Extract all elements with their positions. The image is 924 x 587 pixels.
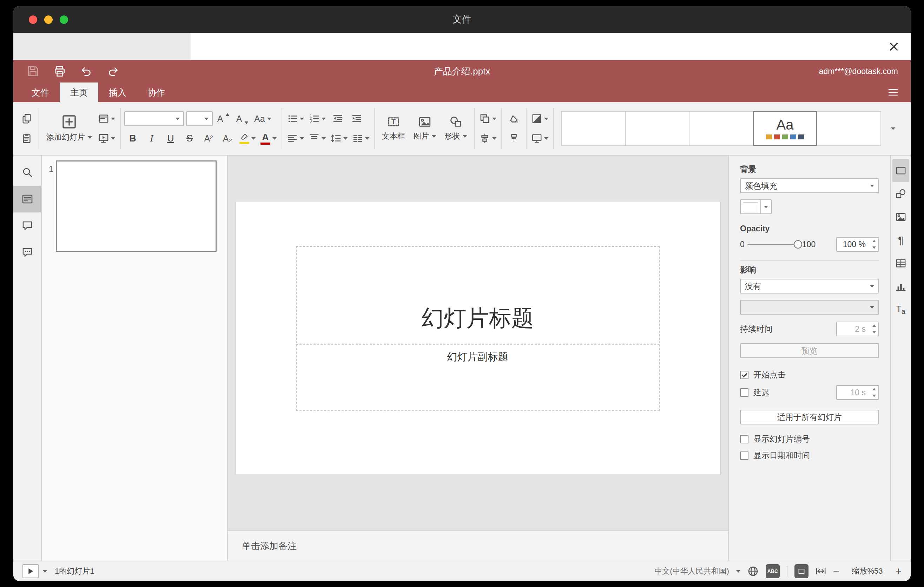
tab-file[interactable]: 文件 [21,82,60,102]
apply-to-all-slides-button[interactable]: 适用于所有幻灯片 [740,410,879,424]
background-fill-select[interactable]: 颜色填充 [740,178,879,193]
theme-option[interactable] [625,111,690,146]
superscript-button[interactable]: A² [200,130,217,147]
tab-insert[interactable]: 插入 [98,82,137,102]
zoom-in-button[interactable]: + [895,566,901,577]
chat-button[interactable] [13,239,41,266]
font-color-button[interactable]: A [259,130,278,147]
menu-button[interactable] [888,82,899,102]
image-settings-icon [896,212,906,222]
delay-checkbox[interactable] [740,388,749,397]
chevron-down-icon [322,137,326,140]
strikethrough-button[interactable]: S [181,130,198,147]
chevron-down-icon [111,118,115,120]
add-slide-button[interactable]: 添加幻灯片 [43,108,96,149]
slide-canvas[interactable]: 幻灯片标题 幻灯片副标题 [228,155,728,531]
start-slideshow-button[interactable] [97,130,117,147]
tab-collaboration[interactable]: 协作 [137,82,175,102]
start-on-click-checkbox[interactable] [740,371,749,379]
spinner-up-icon[interactable] [873,240,876,242]
svg-text:T: T [391,118,396,126]
start-slideshow-statusbar-button[interactable] [23,564,39,578]
opacity-slider[interactable] [747,244,799,245]
chevron-down-icon[interactable] [736,570,741,572]
theme-option[interactable] [689,111,753,146]
increase-font-button[interactable]: A [215,110,232,127]
font-name-select[interactable] [124,111,184,126]
image-settings-button[interactable] [893,205,909,229]
slide-thumbnail[interactable] [56,160,216,252]
align-shapes-button[interactable] [478,130,498,147]
slides-panel-button[interactable] [13,186,41,213]
insert-image-button[interactable]: 图片 [410,108,439,149]
chevron-down-icon[interactable] [43,570,47,572]
comments-button[interactable] [13,213,41,239]
numbering-button[interactable]: 123 [307,110,327,127]
vertical-align-button[interactable] [307,130,327,147]
bullets-button[interactable] [286,110,305,127]
notes-area[interactable]: 单击添加备注 [228,531,728,561]
copy-button[interactable] [18,110,35,127]
theme-gallery-expand-button[interactable] [885,111,901,146]
theme-option-selected[interactable]: Aa [753,111,817,146]
underline-button[interactable]: U [162,130,179,147]
slide[interactable]: 幻灯片标题 幻灯片副标题 [236,202,721,474]
zoom-out-button[interactable]: − [833,566,840,577]
color-scheme-button[interactable] [530,110,550,127]
slide-title-placeholder[interactable]: 幻灯片标题 [296,246,660,343]
line-spacing-button[interactable] [329,130,349,147]
print-button[interactable] [53,64,67,78]
clear-style-button[interactable] [505,110,522,127]
undo-button[interactable] [79,64,93,78]
theme-option[interactable] [561,111,625,146]
show-slide-number-checkbox[interactable] [740,435,749,444]
change-case-button[interactable]: Aa [253,110,273,127]
font-size-select[interactable] [186,111,213,126]
italic-button[interactable]: I [143,130,160,147]
fill-color-picker[interactable] [740,200,772,214]
slide-settings-button[interactable] [893,159,909,182]
paste-button[interactable] [18,130,35,147]
copy-style-button[interactable] [505,130,522,147]
fit-slide-button[interactable] [794,564,808,578]
theme-option[interactable] [817,111,881,146]
decrease-font-button[interactable]: A [234,110,251,127]
subscript-button[interactable]: A₂ [219,130,236,147]
window-minimize-button[interactable] [44,15,53,24]
insert-textbox-button[interactable]: T 文本框 [378,108,409,149]
columns-button[interactable] [351,130,371,147]
tab-home[interactable]: 主页 [60,82,98,102]
increase-indent-button[interactable] [348,110,365,127]
search-button[interactable] [13,159,41,186]
spellcheck-button[interactable]: ABC [766,564,780,578]
redo-button[interactable] [106,64,120,78]
close-icon[interactable] [887,40,901,54]
chevron-down-icon [175,118,180,120]
horizontal-align-button[interactable] [286,130,305,147]
highlight-color-button[interactable] [238,130,257,147]
paragraph-settings-button[interactable]: ¶ [893,229,909,252]
set-language-button[interactable] [747,566,759,577]
bold-button[interactable]: B [124,130,141,147]
transition-effect-select[interactable]: 没有 [740,279,879,294]
save-button[interactable] [26,64,40,78]
decrease-indent-button[interactable] [329,110,346,127]
arrange-shapes-button[interactable] [478,110,498,127]
opacity-spinner[interactable]: 100 % [836,237,879,252]
slide-layout-button[interactable] [97,110,117,127]
insert-shape-button[interactable]: 形状 [441,108,470,149]
slide-size-button[interactable] [530,130,550,147]
chevron-down-icon [870,185,874,187]
chart-settings-button[interactable] [893,275,909,298]
textart-settings-button[interactable]: Ta [893,298,909,321]
window-zoom-button[interactable] [60,15,68,24]
window-close-button[interactable] [29,15,37,24]
show-date-time-checkbox[interactable] [740,452,749,460]
spinner-down-icon[interactable] [873,246,876,249]
fit-width-button[interactable] [815,566,826,577]
shape-settings-button[interactable] [893,182,909,205]
language-label[interactable]: 中文(中华人民共和国) [654,566,729,577]
opacity-slider-knob[interactable] [794,240,802,249]
slide-subtitle-placeholder[interactable]: 幻灯片副标题 [296,345,660,411]
table-settings-button[interactable] [893,252,909,275]
